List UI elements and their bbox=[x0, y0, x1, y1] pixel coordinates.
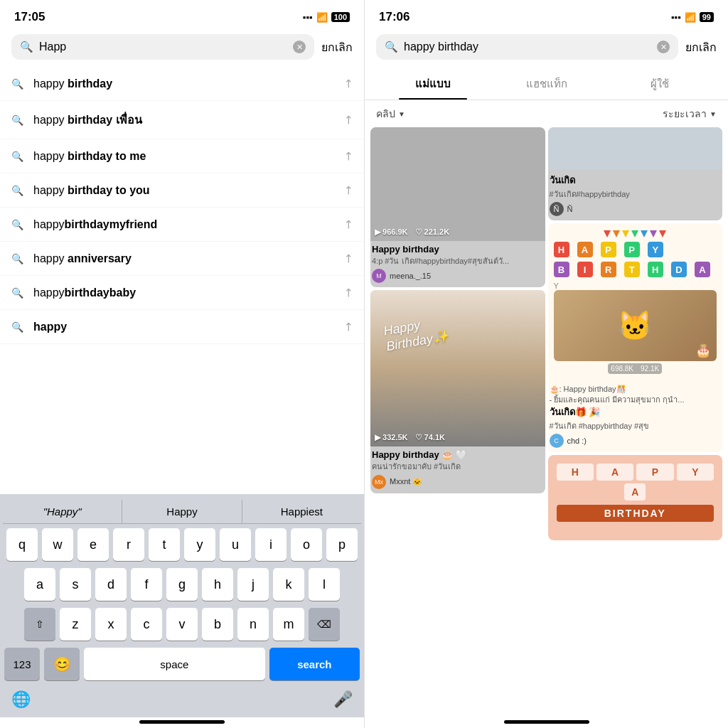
tabs-row: แม่แบบ แฮชแท็ก ผู้ใช้ bbox=[365, 67, 728, 100]
clear-button[interactable]: ✕ bbox=[293, 41, 306, 53]
key-k[interactable]: k bbox=[273, 568, 304, 601]
key-l[interactable]: l bbox=[309, 568, 340, 601]
key-row-3: ⇧ z x c v b n m ⌫ bbox=[4, 608, 360, 641]
card-info-1: Happy birthday 4:p #วัน เกิด#happybirthd… bbox=[370, 241, 545, 287]
key-o[interactable]: o bbox=[291, 528, 322, 561]
s-bold-4: birthday to you bbox=[68, 184, 150, 196]
hb-card[interactable]: H A P P Y B I R T bbox=[548, 223, 723, 452]
card-title-1: Happy birthday bbox=[372, 244, 544, 255]
key-i[interactable]: i bbox=[255, 528, 287, 561]
right-signal-icon: ▪▪▪ bbox=[671, 12, 681, 23]
pink-card[interactable]: H A P Y A BIRTHDAY bbox=[548, 455, 723, 540]
key-numbers[interactable]: 123 bbox=[4, 648, 40, 680]
filter-duration-label: ระยะเวลา bbox=[663, 106, 707, 122]
pink-birthday-label: BIRTHDAY bbox=[557, 505, 714, 522]
suggestions-list: 🔍 happy birthday ↗ 🔍 happy birthday เพื่… bbox=[0, 67, 364, 494]
cat-image: 🐱 🎂 bbox=[554, 290, 717, 361]
keyboard-keys: q w e r t y u i o p a s d f g h j k bbox=[3, 528, 361, 680]
home-bar-right bbox=[504, 720, 589, 724]
key-x[interactable]: x bbox=[95, 608, 127, 641]
key-u[interactable]: u bbox=[220, 528, 251, 561]
key-g[interactable]: g bbox=[166, 568, 198, 601]
suggestion-item-7[interactable]: 🔍 happybirthdaybaby ↗ bbox=[0, 276, 364, 310]
autocomplete-quoted[interactable]: "Happy" bbox=[3, 500, 122, 523]
card-author-1: M meena._.15 bbox=[372, 269, 544, 283]
key-r[interactable]: r bbox=[113, 528, 144, 561]
search-bar[interactable]: 🔍 ✕ bbox=[11, 34, 314, 60]
key-v[interactable]: v bbox=[166, 608, 198, 641]
key-w[interactable]: w bbox=[42, 528, 73, 561]
keyboard-bottom-extras: 🌐 🎤 bbox=[3, 687, 361, 714]
s-bold-6: anniversary bbox=[68, 252, 132, 264]
hb-flags bbox=[554, 230, 717, 237]
video-card-1[interactable]: ▶ 966.9K ♡ 221.2K Happy birthday 4:p #วั… bbox=[370, 127, 545, 287]
key-y[interactable]: y bbox=[184, 528, 215, 561]
left-status-icons: ▪▪▪ 📶 100 bbox=[303, 12, 350, 23]
mic-icon[interactable]: 🎤 bbox=[333, 690, 353, 709]
key-b[interactable]: b bbox=[202, 608, 233, 641]
pink-card-inner: H A P Y A BIRTHDAY bbox=[548, 455, 723, 530]
hb-play-count: 698.8K bbox=[611, 365, 633, 373]
s-prefix-2: happy bbox=[33, 114, 68, 126]
suggestion-text-4: happy birthday to you bbox=[33, 184, 343, 197]
suggestion-item-5[interactable]: 🔍 happybirthdaymyfriend ↗ bbox=[0, 208, 364, 242]
cancel-button[interactable]: ยกเลิก bbox=[321, 38, 353, 56]
key-e[interactable]: e bbox=[77, 528, 109, 561]
key-s[interactable]: s bbox=[60, 568, 91, 601]
van-kerd-thumb bbox=[548, 127, 723, 170]
suggestion-item-8[interactable]: 🔍 happy ↗ bbox=[0, 310, 364, 344]
key-emoji[interactable]: 😊 bbox=[44, 648, 80, 680]
content-scroll[interactable]: ▶ 966.9K ♡ 221.2K Happy birthday 4:p #วั… bbox=[365, 127, 728, 717]
key-a[interactable]: a bbox=[24, 568, 55, 601]
key-c[interactable]: c bbox=[131, 608, 162, 641]
s-prefix-5: happy bbox=[33, 218, 65, 230]
card-author-2: Mx Mxxnt 🐱 bbox=[372, 475, 544, 489]
key-t[interactable]: t bbox=[149, 528, 180, 561]
key-n[interactable]: n bbox=[237, 608, 269, 641]
card-title-2: Happy birthday 🎂 🤍 bbox=[372, 449, 544, 460]
key-j[interactable]: j bbox=[237, 568, 269, 601]
key-space[interactable]: space bbox=[84, 648, 265, 680]
right-status-bar: 17:06 ▪▪▪ 📶 99 bbox=[365, 0, 728, 30]
filter-clip-button[interactable]: คลิป ▼ bbox=[376, 106, 405, 122]
key-shift[interactable]: ⇧ bbox=[24, 608, 55, 641]
hb-author: C chd :) bbox=[550, 434, 722, 448]
suggestion-item-4[interactable]: 🔍 happy birthday to you ↗ bbox=[0, 173, 364, 208]
suggestion-item-6[interactable]: 🔍 happy anniversary ↗ bbox=[0, 242, 364, 276]
van-kerd-card[interactable]: วันเกิด #วันเกิด#happybirthday Ñ Ñ bbox=[548, 127, 723, 220]
tab-users[interactable]: ผู้ใช้ bbox=[603, 67, 717, 100]
right-search-input[interactable] bbox=[404, 41, 651, 53]
s-prefix-3: happy bbox=[33, 150, 68, 162]
pink-letters-row1: H A P Y bbox=[557, 464, 714, 481]
right-search-bar[interactable]: 🔍 ✕ bbox=[376, 34, 678, 60]
right-cancel-button[interactable]: ยกเลิก bbox=[685, 38, 717, 56]
tab-hashtags[interactable]: แฮชแท็ก bbox=[490, 67, 604, 100]
key-q[interactable]: q bbox=[6, 528, 38, 561]
right-clear-button[interactable]: ✕ bbox=[657, 41, 670, 53]
key-f[interactable]: f bbox=[131, 568, 162, 601]
s-bold-2: birthday เพื่อน bbox=[68, 114, 142, 126]
pink-letter-h: H bbox=[557, 464, 594, 481]
key-m[interactable]: m bbox=[273, 608, 304, 641]
key-z[interactable]: z bbox=[60, 608, 91, 641]
key-delete[interactable]: ⌫ bbox=[309, 608, 340, 641]
globe-icon[interactable]: 🌐 bbox=[11, 690, 31, 709]
suggestion-item-1[interactable]: 🔍 happy birthday ↗ bbox=[0, 67, 364, 101]
chevron-down-icon-clip: ▼ bbox=[398, 110, 405, 118]
filter-duration-button[interactable]: ระยะเวลา ▼ bbox=[663, 106, 717, 122]
search-input[interactable] bbox=[39, 41, 287, 53]
autocomplete-happiest[interactable]: Happiest bbox=[242, 500, 361, 523]
key-search[interactable]: search bbox=[269, 648, 360, 680]
stats-bar-1: ▶ 966.9K ♡ 221.2K bbox=[375, 228, 449, 237]
suggestion-item-3[interactable]: 🔍 happy birthday to me ↗ bbox=[0, 139, 364, 173]
suggestion-item-2[interactable]: 🔍 happy birthday เพื่อน ↗ bbox=[0, 101, 364, 139]
like-count-2: ♡ 74.1K bbox=[415, 433, 445, 442]
search-suggestion-icon: 🔍 bbox=[11, 78, 23, 90]
key-p[interactable]: p bbox=[326, 528, 358, 561]
autocomplete-happy[interactable]: Happy bbox=[122, 500, 242, 523]
tab-templates[interactable]: แม่แบบ bbox=[376, 67, 490, 100]
right-search-bar-wrap: 🔍 ✕ ยกเลิก bbox=[365, 30, 728, 67]
key-d[interactable]: d bbox=[95, 568, 127, 601]
video-card-2[interactable]: HappyBirthday✨ ▶ 332.5K ♡ 74.1K Happy bi… bbox=[370, 290, 545, 493]
key-h[interactable]: h bbox=[202, 568, 233, 601]
